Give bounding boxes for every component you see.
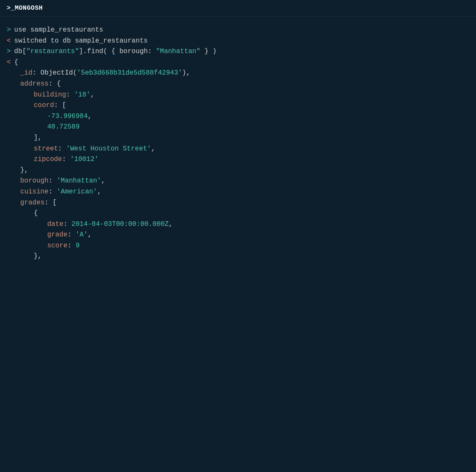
building-colon: :: [66, 90, 74, 101]
cuisine-val: 'American': [56, 187, 97, 198]
grade-item-close: },: [7, 251, 469, 262]
address-brace-close: },: [20, 165, 28, 176]
street-colon: :: [58, 144, 66, 155]
coord-val2-text: 40.72589: [47, 122, 80, 133]
switched-msg: switched to db sample_restaurants: [14, 36, 148, 47]
borough-val: 'Manhattan': [56, 176, 101, 187]
date-colon: :: [63, 219, 71, 230]
id-val: '5eb3d668b31de5d588f42943': [77, 68, 182, 79]
field-cuisine: cuisine : 'American' ,: [7, 187, 469, 198]
output-line-switched: < switched to db sample_restaurants: [7, 36, 469, 47]
field-borough: borough : 'Manhattan' ,: [7, 176, 469, 187]
grade-colon: :: [67, 230, 75, 241]
id-key: _id: [20, 68, 32, 79]
zipcode-colon: :: [62, 154, 70, 165]
address-close: },: [7, 165, 469, 176]
grade-open-brace: {: [34, 208, 38, 219]
grade-item-open: {: [7, 208, 469, 219]
score-key: score: [47, 241, 67, 252]
cmd-use: use sample_restaurants: [14, 25, 103, 36]
field-id: _id : ObjectId('5eb3d668b31de5d588f42943…: [7, 68, 469, 79]
coord-key: coord: [34, 100, 54, 111]
coord-val2: 40.72589: [7, 122, 469, 133]
cuisine-colon: :: [48, 187, 56, 198]
field-address-open: address : {: [7, 79, 469, 90]
cuisine-comma: ,: [97, 187, 101, 198]
coord-val1: -73.996984 ,: [7, 111, 469, 122]
date-val: 2014-04-03T00:00:00.000Z: [72, 219, 169, 230]
prompt-lt-2: <: [7, 57, 11, 68]
objectid-fn: ObjectId(: [40, 68, 77, 79]
coord-val1-text: -73.996984: [47, 111, 88, 122]
field-date: date : 2014-04-03T00:00:00.000Z ,: [7, 219, 469, 230]
building-val: '18': [74, 90, 90, 101]
date-key: date: [47, 219, 63, 230]
building-comma: ,: [90, 90, 94, 101]
grades-colon: : [: [45, 198, 57, 209]
address-colon: : {: [48, 79, 61, 90]
cmd-find: db["restaurants"].find( { borough: "Manh…: [14, 46, 217, 57]
grade-key: grade: [47, 230, 67, 241]
zipcode-val: '10012': [70, 154, 98, 165]
building-key: building: [34, 90, 66, 101]
grade-val: 'A': [75, 230, 88, 241]
terminal: > use sample_restaurants < switched to d…: [0, 16, 476, 271]
coord-colon: : [: [54, 100, 66, 111]
field-grade: grade : 'A' ,: [7, 230, 469, 241]
id-colon: :: [32, 68, 40, 79]
borough-key: borough: [20, 176, 48, 187]
cuisine-key: cuisine: [20, 187, 48, 198]
prompt-gt-1: >: [7, 25, 11, 36]
field-street: street : 'West Houston Street' ,: [7, 144, 469, 155]
score-val: 9: [75, 241, 80, 252]
field-grades-open: grades : [: [7, 198, 469, 209]
field-zipcode: zipcode : '10012': [7, 154, 469, 165]
score-colon: :: [67, 241, 75, 252]
prompt-gt-2: >: [7, 46, 11, 57]
grade-comma: ,: [88, 230, 92, 241]
output-line-open-brace: < {: [7, 57, 469, 68]
field-coord-open: coord : [: [7, 100, 469, 111]
prompt-lt-1: <: [7, 36, 11, 47]
borough-colon: :: [48, 176, 56, 187]
zipcode-key: zipcode: [34, 154, 62, 165]
date-comma: ,: [169, 219, 173, 230]
street-val: 'West Houston Street': [66, 144, 151, 155]
coord-val1-comma: ,: [88, 111, 92, 122]
coord-close: ],: [7, 133, 469, 144]
open-brace: {: [14, 57, 19, 68]
field-score: score : 9: [7, 241, 469, 252]
title-bar-text: >_MONGOSH: [7, 5, 43, 12]
street-comma: ,: [151, 144, 155, 155]
grades-key: grades: [20, 198, 45, 209]
title-bar: >_MONGOSH: [0, 0, 476, 16]
command-line-find: > db["restaurants"].find( { borough: "Ma…: [7, 46, 469, 57]
borough-comma: ,: [101, 176, 105, 187]
grade-close-brace: },: [34, 251, 42, 262]
command-line-use: > use sample_restaurants: [7, 25, 469, 36]
address-key: address: [20, 79, 48, 90]
street-key: street: [34, 144, 58, 155]
id-close: ),: [182, 68, 190, 79]
field-building: building : '18' ,: [7, 90, 469, 101]
coord-bracket-close: ],: [34, 133, 42, 144]
